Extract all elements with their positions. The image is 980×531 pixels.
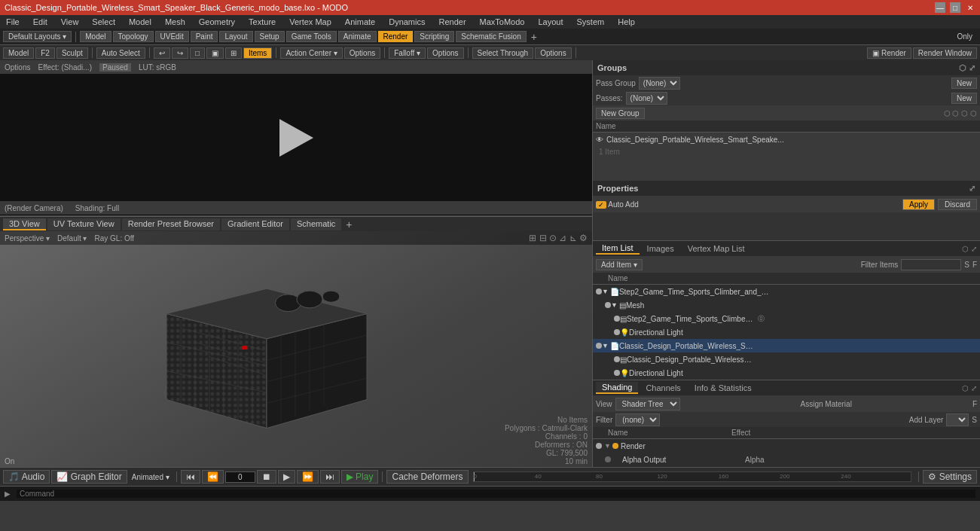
items-list-row[interactable]: ▼ 📄 Classic_Design_Portable_Wireless_Sma… — [593, 339, 980, 352]
command-input[interactable] — [17, 490, 975, 498]
menu-file[interactable]: File — [3, 17, 23, 26]
skip-first-button[interactable]: ⏮ — [181, 470, 200, 484]
tab-item-list[interactable]: Item List — [596, 243, 640, 255]
items-list-row[interactable]: ▤ Step2_Game_Time_Sports_Climber_and_Sli… — [593, 312, 980, 325]
graph-editor-button[interactable]: 📈 Graph Editor — [51, 470, 127, 484]
tab-game-tools[interactable]: Game Tools — [286, 31, 337, 42]
tab-gradient[interactable]: Gradient Editor — [221, 218, 289, 230]
animated-label[interactable]: Animated ▾ — [129, 473, 172, 481]
grid-tool[interactable]: ⊞ — [225, 47, 242, 59]
menu-vertex-map[interactable]: Vertex Map — [286, 17, 334, 26]
settings-button[interactable]: ⚙ Settings — [923, 470, 977, 484]
tab-model[interactable]: Model — [80, 31, 111, 42]
step-forward-button[interactable]: ⏩ — [297, 470, 319, 484]
menu-model[interactable]: Model — [126, 17, 154, 26]
options1-tool[interactable]: Options — [344, 47, 380, 59]
tab-paint[interactable]: Paint — [191, 31, 218, 42]
shader-filter-select[interactable]: (none) — [615, 414, 660, 426]
3d-viewport[interactable]: Perspective ▾ Default ▾ Ray GL: Off ⊞ ⊟ … — [0, 231, 592, 467]
filter-f-btn[interactable]: F — [972, 261, 977, 269]
menu-texture[interactable]: Texture — [246, 17, 279, 26]
render-button[interactable]: ▣ Render — [867, 47, 911, 59]
auto-add-checkbox[interactable]: ✓ Auto Add — [596, 200, 639, 209]
new-passes-button[interactable]: New — [951, 93, 977, 104]
discard-button[interactable]: Discard — [938, 199, 977, 210]
menu-help[interactable]: Help — [615, 17, 638, 26]
play-icon[interactable] — [279, 119, 313, 157]
play-forward-button[interactable]: ▶ — [278, 470, 295, 484]
minimize-button[interactable]: — — [935, 2, 945, 13]
sculpt-tool[interactable]: Sculpt — [56, 47, 88, 59]
menu-select[interactable]: Select — [89, 17, 118, 26]
add-item-button[interactable]: Add Item ▾ — [596, 259, 643, 270]
step-back-button[interactable]: ⏪ — [202, 470, 224, 484]
tab-render-preset[interactable]: Render Preset Browser — [122, 218, 220, 230]
tab-schematic-fusion[interactable]: Schematic Fusion — [456, 31, 526, 42]
select-all-tool[interactable]: ▣ — [206, 47, 224, 59]
shader-row[interactable]: Final Color Output Final Color — [593, 466, 980, 467]
timeline-track[interactable]: 0 40 80 120 160 200 240 — [473, 471, 912, 482]
new-pass-group-button[interactable]: New — [951, 78, 977, 89]
tab-uv-texture[interactable]: UV Texture View — [47, 218, 121, 230]
skip-last-button[interactable]: ⏭ — [320, 470, 340, 484]
filter-s-btn[interactable]: S — [964, 261, 969, 269]
menu-maxtomodo[interactable]: MaxToModo — [477, 17, 528, 26]
apply-button[interactable]: Apply — [902, 199, 935, 210]
audio-button[interactable]: 🎵 Audio — [3, 470, 50, 484]
options-label[interactable]: Options — [5, 63, 30, 72]
options2-tool[interactable]: Options — [427, 47, 463, 59]
tab-animate[interactable]: Animate — [338, 31, 377, 42]
shader-tree-select[interactable]: Shader Tree — [615, 398, 680, 410]
shader-s-btn[interactable]: S — [972, 416, 977, 424]
items-list-row[interactable]: ▼ 📄 Step2_Game_Time_Sports_Climber_and_S… — [593, 285, 980, 298]
expand-groups-icon[interactable]: ⬡ ⤢ — [959, 63, 975, 73]
pass-group-select[interactable]: (None) — [639, 77, 680, 90]
cache-deformers-button[interactable]: Cache Deformers — [386, 470, 468, 484]
square-tool[interactable]: □ — [190, 47, 205, 59]
menu-view[interactable]: View — [58, 17, 82, 26]
items-list-row[interactable]: 💡 Directional Light — [593, 366, 980, 380]
add-viewport-tab[interactable]: + — [343, 218, 355, 230]
tab-vertex-map[interactable]: Vertex Map List — [682, 243, 751, 254]
shader-row[interactable]: ▼ Render — [593, 439, 980, 453]
shader-row[interactable]: Alpha Output Alpha — [593, 453, 980, 466]
select-through-tool[interactable]: Select Through — [472, 47, 534, 59]
tab-images[interactable]: Images — [641, 243, 680, 254]
menu-system[interactable]: System — [574, 17, 608, 26]
rotate-right-tool[interactable]: ↪ — [172, 47, 188, 59]
default-label[interactable]: Default ▾ — [57, 234, 87, 243]
maximize-button[interactable]: □ — [950, 2, 960, 13]
items-tool[interactable]: Items — [243, 47, 272, 59]
options3-tool[interactable]: Options — [535, 47, 571, 59]
menu-render[interactable]: Render — [435, 17, 469, 26]
tab-info-stats[interactable]: Info & Statistics — [688, 383, 758, 393]
menu-dynamics[interactable]: Dynamics — [386, 17, 428, 26]
frame-counter-input[interactable] — [225, 471, 255, 483]
tab-setup[interactable]: Setup — [255, 31, 285, 42]
action-center-tool[interactable]: Action Center ▾ — [280, 47, 342, 59]
menu-layout[interactable]: Layout — [535, 17, 566, 26]
tab-layout[interactable]: Layout — [219, 31, 252, 42]
items-list-row[interactable]: ▼ ▤ Mesh — [593, 298, 980, 312]
rotate-left-tool[interactable]: ↩ — [154, 47, 170, 59]
groups-list-item[interactable]: 👁 Classic_Design_Portable_Wireless_Smart… — [593, 133, 980, 146]
add-layer-select[interactable] — [946, 414, 969, 426]
stop-button[interactable]: ⏹ — [257, 470, 276, 484]
auto-select-tool[interactable]: Auto Select — [96, 47, 145, 59]
tab-render[interactable]: Render — [378, 31, 414, 42]
play-button[interactable]: ▶ Play — [341, 470, 379, 484]
filter-items-input[interactable] — [901, 259, 961, 270]
tab-3d-view[interactable]: 3D View — [3, 218, 46, 230]
tab-topology[interactable]: Topology — [113, 31, 154, 42]
passes-select[interactable]: (None) — [626, 92, 667, 105]
tab-scripting[interactable]: Scripting — [414, 31, 454, 42]
render-window-button[interactable]: Render Window — [913, 47, 977, 59]
layout-preset-dropdown[interactable]: Default Layouts ▾ — [3, 31, 72, 42]
render-content[interactable] — [0, 74, 592, 201]
tab-schematic[interactable]: Schematic — [291, 218, 341, 230]
menu-geometry[interactable]: Geometry — [196, 17, 238, 26]
model-tool[interactable]: Model — [3, 47, 34, 59]
new-group-button[interactable]: New Group — [596, 108, 645, 119]
menu-edit[interactable]: Edit — [30, 17, 50, 26]
perspective-label[interactable]: Perspective ▾ — [5, 234, 50, 243]
